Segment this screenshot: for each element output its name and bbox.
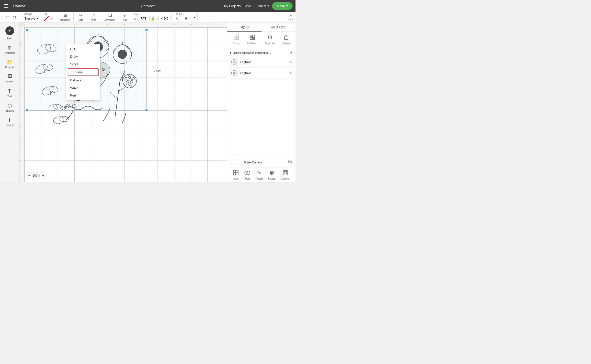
rotate-field: ↻ ⌃ xyxy=(176,16,196,21)
sidebar-item-projects[interactable]: 📁 Projects xyxy=(1,57,18,71)
linetype-dropdown-menu: Cut Draw Score Engrave Deboss Wave Perf xyxy=(66,44,100,100)
resize-handle-tr[interactable] xyxy=(145,28,148,32)
my-projects-button[interactable]: My Projects xyxy=(224,4,241,8)
tab-color-sync[interactable]: Color Sync xyxy=(261,22,296,32)
linetype-option-wave[interactable]: Wave xyxy=(66,84,100,92)
sidebar-item-upload[interactable]: ⬆ Upload xyxy=(1,115,18,128)
attach-button[interactable]: Attach xyxy=(256,170,262,180)
align-section: ≡ Align xyxy=(88,12,100,22)
flip-button[interactable]: ⇄ Flip xyxy=(121,12,129,22)
arrange-icon: ❑ xyxy=(108,13,112,18)
maker-button[interactable]: Maker ▾ xyxy=(258,4,269,8)
edit-icon: ✂ xyxy=(79,13,82,18)
chevron-down-icon: ▾ xyxy=(36,17,38,20)
zoom-in-button[interactable]: + xyxy=(42,173,44,178)
tab-layers[interactable]: Layers xyxy=(227,22,261,32)
deselect-button[interactable]: ⊞ Deselect xyxy=(58,12,72,22)
sidebar-item-text[interactable]: T Text xyxy=(1,86,18,100)
visibility-icon[interactable]: 👁 xyxy=(290,51,294,55)
layer-visibility-1[interactable]: 👁 xyxy=(289,60,293,64)
svg-rect-53 xyxy=(236,173,238,175)
delete-button[interactable]: Delete xyxy=(281,34,292,46)
upload-icon: ⬆ xyxy=(8,117,12,123)
layers-toolbar: Group UnGroup Duplicate Delete xyxy=(227,32,296,48)
more-dots-icon: ⋯ xyxy=(288,13,292,18)
text-label: Text xyxy=(7,95,12,98)
make-it-button[interactable]: Make It xyxy=(272,2,293,10)
group-button[interactable]: Group xyxy=(231,34,242,46)
ungroup-button[interactable]: UnGroup xyxy=(245,34,259,46)
duplicate-button[interactable]: Duplicate xyxy=(263,34,277,46)
width-input[interactable] xyxy=(137,16,150,21)
more-button[interactable]: ⋯ More xyxy=(287,13,293,21)
svg-rect-43 xyxy=(268,35,271,38)
chevron-down-icon: ▾ xyxy=(267,4,269,8)
lock-icon: 🔒 xyxy=(151,17,155,21)
canvas-preview xyxy=(230,159,242,166)
resize-handle-tl[interactable] xyxy=(25,28,29,32)
sidebar-item-shapes[interactable]: ⬡ Shapes xyxy=(1,101,18,114)
arrange-button[interactable]: ❑ Arrange xyxy=(104,12,116,22)
pencil-icon: ✏ xyxy=(50,16,53,21)
layer-item-1[interactable]: Engrave 👁 xyxy=(229,57,294,68)
weld-button[interactable]: Weld xyxy=(244,170,250,180)
horizontal-ruler: 0 1 2 3 4 5 6 7 8 9 10 11 xyxy=(24,22,227,27)
layer-visibility-2[interactable]: 👁 xyxy=(289,71,293,75)
height-input[interactable] xyxy=(159,16,171,21)
linetype-option-engrave[interactable]: Engrave xyxy=(68,68,99,76)
linetype-option-score[interactable]: Score xyxy=(66,60,100,68)
fill-preview[interactable]: ✏ xyxy=(44,16,53,21)
flatten-button[interactable]: Flatten xyxy=(268,170,276,180)
size-label: Size xyxy=(134,13,171,16)
design-canvas[interactable]: 4.946° xyxy=(24,27,227,182)
svg-rect-51 xyxy=(236,170,238,172)
linetype-option-deboss[interactable]: Deboss xyxy=(66,76,100,84)
resize-handle-bl[interactable] xyxy=(25,108,29,112)
contour-button[interactable]: Contour xyxy=(281,170,290,180)
rotate-icon: ↻ xyxy=(176,17,179,21)
sidebar-item-new[interactable]: + New xyxy=(1,24,18,42)
bottom-panel: Blank Canvas Slice Weld xyxy=(227,155,296,182)
edit-button[interactable]: ✂ Edit xyxy=(77,12,85,22)
rotate-input[interactable] xyxy=(180,16,192,21)
ungroup-icon xyxy=(250,35,255,41)
rotate-stepper-up[interactable]: ⌃ xyxy=(193,17,196,21)
svg-line-49 xyxy=(288,161,292,163)
new-circle-button[interactable]: + xyxy=(5,26,14,35)
linetype-option-perf[interactable]: Perf xyxy=(66,92,100,99)
canvas-area[interactable]: 0 1 2 3 4 5 6 7 8 9 10 11 0 1 2 3 4 5 6 … xyxy=(20,22,227,182)
svg-rect-33 xyxy=(234,35,236,37)
hamburger-menu[interactable] xyxy=(3,3,9,9)
divider: | xyxy=(254,4,254,8)
edit-section: ✂ Edit xyxy=(76,12,86,22)
flip-icon: ⇄ xyxy=(124,13,127,18)
save-button[interactable]: Save xyxy=(244,4,251,8)
right-panel: Layers Color Sync Group UnGroup xyxy=(227,22,296,182)
zoom-out-button[interactable]: − xyxy=(28,173,30,178)
vertical-ruler: 0 1 2 3 4 5 6 7 8 xyxy=(20,27,24,182)
sidebar-item-images[interactable]: 🖼 Images xyxy=(1,72,18,85)
align-button[interactable]: ≡ Align xyxy=(90,12,99,22)
sidebar-item-templates[interactable]: ⊞ Templates xyxy=(1,43,18,56)
hide-canvas-icon[interactable] xyxy=(288,160,293,165)
new-label: New xyxy=(7,37,12,40)
duplicate-icon xyxy=(267,35,273,41)
undo-redo-section: ↩ ↪ xyxy=(2,14,19,20)
linetype-option-draw[interactable]: Draw xyxy=(66,53,100,60)
redo-button[interactable]: ↪ xyxy=(11,14,18,20)
undo-button[interactable]: ↩ xyxy=(4,14,10,20)
size-fields: W 🔒 H xyxy=(134,16,171,21)
linetype-dropdown[interactable]: Engrave ▾ xyxy=(23,16,42,21)
svg-rect-39 xyxy=(250,38,252,40)
deselect-icon: ⊞ xyxy=(64,13,67,18)
linetype-option-cut[interactable]: Cut xyxy=(66,45,100,53)
svg-rect-38 xyxy=(253,35,255,37)
svg-rect-57 xyxy=(284,171,287,174)
rotate-section: Rotate ↻ ⌃ xyxy=(174,13,198,21)
align-icon: ≡ xyxy=(93,13,95,17)
layer-item-2[interactable]: Engrave 👁 xyxy=(229,68,294,79)
slice-button[interactable]: Slice xyxy=(233,170,239,180)
resize-handle-br[interactable] xyxy=(145,108,148,112)
svg-point-54 xyxy=(245,171,248,174)
layer-group[interactable]: ▼ acrylic-engraving-jennifermak... 👁 xyxy=(229,50,294,57)
